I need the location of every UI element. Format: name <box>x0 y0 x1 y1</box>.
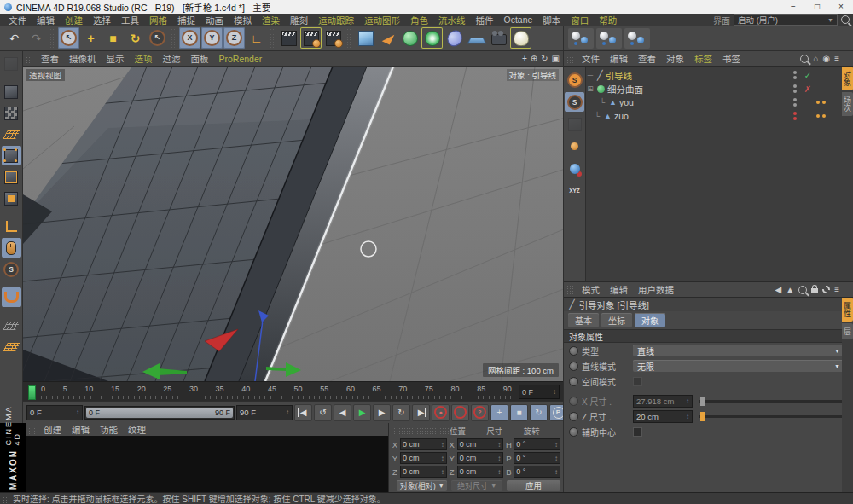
size-x-field[interactable]: 0 cm↕ <box>457 438 504 450</box>
menu-item[interactable]: 窗口 <box>566 14 594 26</box>
type-select[interactable]: 直线▼ <box>633 345 844 356</box>
autokey-button[interactable] <box>451 404 469 421</box>
menu-item[interactable]: 雕刻 <box>285 14 313 26</box>
move-button[interactable]: + <box>80 27 102 49</box>
snap-tool-button[interactable] <box>565 114 584 134</box>
search-icon[interactable] <box>841 15 850 24</box>
menu-item[interactable]: 创建 <box>60 14 88 26</box>
play-loop-button[interactable]: ↻ <box>392 404 410 421</box>
rotate-view-icon[interactable]: ↻ <box>541 55 548 63</box>
rotation-b-field[interactable]: 0 °↕ <box>514 466 560 478</box>
minimize-button[interactable]: − <box>781 0 805 14</box>
menu-item[interactable]: 创建 <box>38 423 67 436</box>
workplane-mode-button[interactable] <box>2 125 21 144</box>
tweak-mode-button[interactable] <box>2 238 21 258</box>
texture-mode-button[interactable] <box>2 103 21 123</box>
menu-item[interactable]: 选择 <box>88 14 116 26</box>
spline-pen-button[interactable] <box>377 27 398 49</box>
filter-icon[interactable]: ≡ <box>834 286 839 294</box>
visibility-dots[interactable] <box>791 84 799 93</box>
model-mode-button[interactable] <box>2 82 21 101</box>
priority-snap-button[interactable] <box>565 159 584 178</box>
live-selection-button[interactable]: ↖ <box>58 27 79 49</box>
object-row[interactable]: └ ▲ zuo <box>586 109 842 123</box>
menu-item[interactable]: 运动跟踪 <box>313 14 359 26</box>
render-view-button[interactable] <box>278 27 299 49</box>
menu-item[interactable]: 编辑 <box>67 423 95 436</box>
menu-item[interactable]: 渲染 <box>257 14 285 26</box>
object-name[interactable]: 细分曲面 <box>607 83 643 96</box>
coordinate-system-button[interactable]: ∟ <box>246 27 267 49</box>
subdivision-surface-button[interactable] <box>399 27 421 49</box>
disabled-cross-icon[interactable]: ✗ <box>802 84 814 94</box>
filter-icon[interactable]: ≡ <box>834 55 839 63</box>
panel-grip[interactable] <box>26 54 33 64</box>
tab-takes[interactable]: 场次 <box>842 92 853 116</box>
position-x-field[interactable]: 0 cm↕ <box>400 438 447 450</box>
tab-object[interactable]: 对象 <box>635 313 665 327</box>
panel-grip[interactable] <box>566 285 574 295</box>
menu-item[interactable]: 帮助 <box>594 14 622 26</box>
menu-item[interactable]: 功能 <box>95 423 123 436</box>
x-size-field[interactable]: 27.918 cm↕ <box>633 395 693 408</box>
menu-item[interactable]: 标签 <box>689 52 717 65</box>
viewport-canvas[interactable]: 透视视图 对象 : 引导线 网格间距 : 100 cm <box>23 67 563 381</box>
menu-item[interactable]: 角色 <box>405 14 433 26</box>
snap-settings-button[interactable]: S <box>565 92 584 112</box>
workplane-lock-button[interactable] <box>2 316 21 335</box>
mograph-cloner-button[interactable] <box>421 27 443 49</box>
play-backward-button[interactable]: ↺ <box>314 404 332 421</box>
key-rotation-button[interactable]: ↻ <box>530 404 548 421</box>
maximize-button[interactable]: □ <box>805 0 829 14</box>
object-row[interactable]: ⊞ 细分曲面 ✗ <box>586 82 842 96</box>
z-size-slider[interactable] <box>699 415 844 418</box>
menu-item[interactable]: 对象 <box>661 52 689 65</box>
tab-coordinates[interactable]: 坐标 <box>601 313 632 327</box>
search-icon[interactable] <box>800 55 809 63</box>
toggle-view-icon[interactable]: ▣ <box>552 55 560 63</box>
layout-preset-button[interactable] <box>568 28 594 49</box>
menu-item[interactable]: 编辑 <box>605 283 633 296</box>
goto-start-button[interactable]: ◀ <box>294 404 312 421</box>
menu-item[interactable]: 摄像机 <box>64 52 102 65</box>
panel-grip[interactable] <box>28 425 36 435</box>
object-row[interactable]: └ ▲ you <box>586 96 842 109</box>
menu-item[interactable]: 捕捉 <box>172 14 200 26</box>
object-name[interactable]: 引导线 <box>606 69 633 82</box>
previous-frame-button[interactable]: ◀ <box>334 404 351 421</box>
lock-x-axis-button[interactable]: X <box>179 27 200 49</box>
object-name[interactable]: you <box>619 97 634 107</box>
interface-select[interactable]: 启动 (用户) ▼ <box>734 14 838 26</box>
tab-basic[interactable]: 基本 <box>568 313 599 327</box>
apply-button[interactable]: 应用 <box>507 480 560 491</box>
snap-enabled-button[interactable]: S <box>565 70 584 90</box>
space-mode-checkbox[interactable] <box>633 377 642 386</box>
panel-grip[interactable] <box>393 425 449 435</box>
enabled-check-icon[interactable]: ✓ <box>802 71 814 80</box>
menu-item[interactable]: 文件 <box>577 52 605 65</box>
tab-attributes[interactable]: 属性 <box>842 298 853 322</box>
workplane-snap-button[interactable] <box>2 337 21 356</box>
up-arrow-icon[interactable]: ▲ <box>786 286 794 294</box>
menu-item[interactable]: 查看 <box>36 52 64 65</box>
menu-item[interactable]: 模式 <box>577 283 605 296</box>
tab-objects[interactable]: 对象 <box>842 67 853 90</box>
end-frame-field[interactable]: 90 F ↕ <box>236 405 293 420</box>
key-position-button[interactable]: + <box>490 404 508 421</box>
anim-dot-icon[interactable] <box>569 362 578 371</box>
expander-icon[interactable]: ⊞ <box>586 84 595 93</box>
timeline-end-field[interactable]: 0 F ↕ <box>519 385 560 399</box>
camera-button[interactable] <box>488 27 509 49</box>
line-mode-select[interactable]: 无限▼ <box>633 360 844 372</box>
materials-list-area[interactable] <box>26 436 388 492</box>
anim-dot-icon[interactable] <box>569 346 578 356</box>
size-mode-select[interactable]: 绝对尺寸▼ <box>451 480 502 491</box>
snap-button[interactable]: S <box>2 259 21 279</box>
menu-item[interactable]: 纹理 <box>123 423 151 436</box>
home-icon[interactable]: ⌂ <box>813 55 818 63</box>
quantize-button[interactable] <box>2 287 21 307</box>
lock-z-axis-button[interactable]: Z <box>223 27 245 49</box>
menu-item[interactable]: 选项 <box>130 52 158 65</box>
floor-button[interactable] <box>466 27 487 49</box>
size-z-field[interactable]: 0 cm↕ <box>457 466 504 478</box>
